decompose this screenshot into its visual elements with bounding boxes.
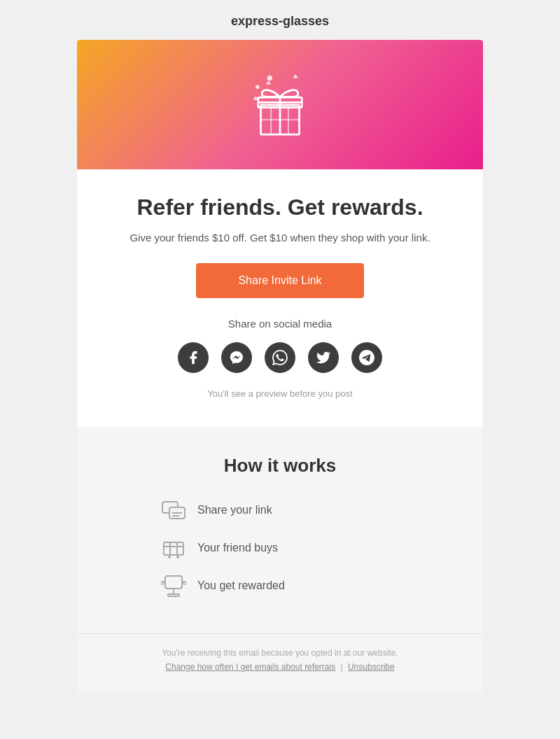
email-container: Refer friends. Get rewards. Give your fr… [77,40,483,693]
shopping-cart-icon [161,535,186,561]
svg-rect-23 [165,576,182,589]
gift-icon [241,66,318,143]
footer-separator: | [340,662,342,672]
sub-text: Give your friends $10 off. Get $10 when … [119,232,441,244]
step-share-link-text: Share your link [197,504,272,516]
how-it-works-section: How it works Share your link [77,427,483,633]
messenger-icon [229,350,244,365]
twitter-icon [316,350,331,365]
share-invite-link-button[interactable]: Share Invite Link [196,263,363,298]
svg-rect-25 [168,594,179,596]
svg-point-28 [161,582,164,584]
whatsapp-icon [272,350,288,365]
share-icon [161,498,186,523]
steps-list: Share your link Your friend buys [119,498,441,598]
social-label: Share on social media [119,318,441,330]
hero-banner [77,40,483,169]
reward-icon [161,573,186,598]
step-friend-buys-text: Your friend buys [197,542,278,554]
page-title: express-glasses [231,14,329,29]
step-rewarded-text: You get rewarded [197,579,285,592]
telegram-icon [359,350,374,365]
trophy-icon [161,573,186,598]
svg-point-0 [255,85,260,88]
facebook-icon-button[interactable] [178,342,209,373]
whatsapp-icon-button[interactable] [265,342,295,373]
unsubscribe-link[interactable]: Unsubscribe [348,662,395,672]
svg-point-29 [183,582,186,584]
share-link-icon [161,498,186,523]
step-friend-buys: Your friend buys [161,535,278,561]
svg-point-22 [176,556,179,558]
content-area: Refer friends. Get rewards. Give your fr… [77,169,483,427]
cart-icon [161,535,186,561]
svg-point-21 [168,556,171,558]
svg-marker-3 [266,80,271,85]
how-it-works-title: How it works [119,455,441,477]
svg-marker-5 [293,74,298,78]
footer-notice: You're receiving this email because you … [119,648,441,658]
preview-text: You'll see a preview before you post [119,388,441,399]
main-heading: Refer friends. Get rewards. [119,195,441,220]
footer-links: Change how often I get emails about refe… [119,662,441,672]
footer-section: You're receiving this email because you … [77,633,483,693]
step-share-link: Share your link [161,498,272,523]
svg-point-1 [267,75,272,80]
messenger-icon-button[interactable] [221,342,252,373]
twitter-icon-button[interactable] [308,342,339,373]
facebook-icon [186,350,201,365]
step-rewarded: You get rewarded [161,573,285,598]
social-icons-row [119,342,441,373]
svg-rect-17 [164,542,183,555]
change-email-frequency-link[interactable]: Change how often I get emails about refe… [165,662,335,672]
telegram-icon-button[interactable] [351,342,382,373]
